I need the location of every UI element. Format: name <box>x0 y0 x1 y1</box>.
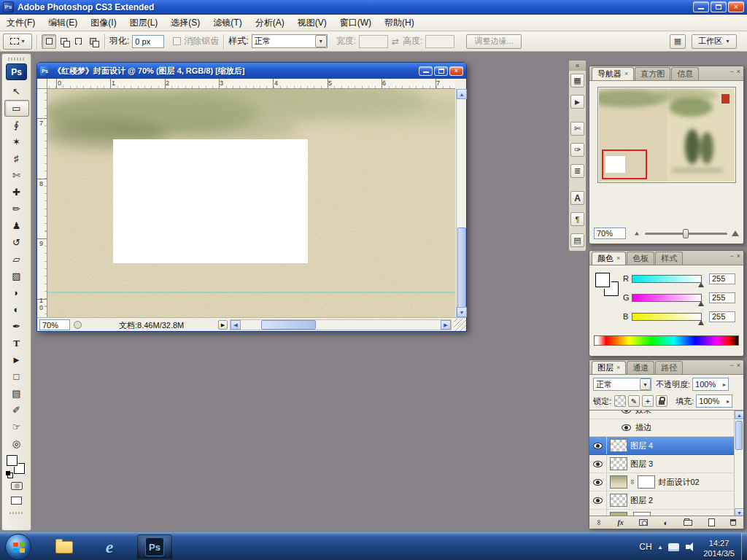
tab-channels[interactable]: 通道 <box>627 361 654 374</box>
show-desktop-button[interactable] <box>741 533 747 560</box>
toolbox-bottom-grip[interactable] <box>9 510 23 515</box>
vertical-scrollbar[interactable]: ▲ ▼ <box>456 89 466 317</box>
add-to-selection-button[interactable] <box>56 34 71 49</box>
layer-row-layer2[interactable]: 图层 2 <box>589 491 734 510</box>
layer-thumbnail[interactable] <box>610 439 627 452</box>
foreground-color-swatch[interactable] <box>595 273 610 287</box>
hidden-icons-arrow[interactable]: ▴ <box>659 543 662 551</box>
tool-presets-panel-icon[interactable]: ✄ <box>570 122 584 136</box>
tab-histogram[interactable]: 直方图 <box>635 67 670 80</box>
channel-r-slider-thumb[interactable] <box>698 282 704 287</box>
histogram-panel-icon[interactable]: ▦ <box>570 74 584 88</box>
layer-name[interactable]: 封面设计02 <box>658 477 699 488</box>
scroll-left-icon[interactable]: ◀ <box>231 320 241 330</box>
horizontal-scroll-thumb[interactable] <box>261 320 316 330</box>
screen-mode-button[interactable] <box>4 493 29 508</box>
popup-slider-arrow-icon[interactable]: ▸ <box>723 381 726 388</box>
lock-image-pixels-icon[interactable]: ✎ <box>628 395 640 407</box>
clone-stamp-tool[interactable]: ♟ <box>4 217 29 234</box>
new-selection-button[interactable] <box>42 34 56 49</box>
status-icon[interactable] <box>74 321 82 329</box>
navigator-zoom-slider[interactable] <box>645 233 727 235</box>
tab-close-icon[interactable]: × <box>624 68 628 80</box>
panel-minimize-icon[interactable]: − <box>729 253 733 260</box>
blur-tool[interactable]: ◗ <box>4 284 29 301</box>
tab-swatches[interactable]: 色板 <box>627 252 654 265</box>
canvas[interactable] <box>47 89 455 317</box>
layer-name[interactable]: 图层 3 <box>630 459 653 470</box>
intersect-selection-button[interactable] <box>85 34 100 49</box>
panel-close-icon[interactable]: × <box>737 362 740 369</box>
lasso-tool[interactable]: ∮ <box>4 117 29 133</box>
app-minimize-button[interactable] <box>693 1 709 12</box>
link-layers-icon[interactable]: ∞ <box>595 520 603 525</box>
status-popup-button[interactable]: ▶ <box>218 320 228 330</box>
layer-thumbnail[interactable] <box>610 475 627 489</box>
delete-layer-icon[interactable] <box>730 519 736 526</box>
zoom-tool[interactable]: ◎ <box>4 435 29 452</box>
menu-file[interactable]: 文件(F) <box>0 15 42 31</box>
panel-minimize-icon[interactable]: − <box>729 362 733 369</box>
dropdown-arrow-icon[interactable]: ▾ <box>640 378 651 390</box>
tool-preset-picker[interactable]: ▾ <box>3 34 32 50</box>
tab-navigator[interactable]: 导航器 × <box>592 67 634 80</box>
layer-name[interactable]: 图层 4 <box>630 440 653 451</box>
document-maximize-button[interactable] <box>434 66 448 76</box>
channel-r-slider[interactable] <box>632 275 702 283</box>
actions-panel-icon[interactable]: ▶ <box>570 95 584 109</box>
layer-thumbnail[interactable] <box>610 457 627 470</box>
navigator-zoom-input[interactable]: 70% <box>594 228 626 239</box>
tab-info[interactable]: 信息 <box>671 67 699 80</box>
channel-g-value[interactable]: 255 <box>709 292 735 303</box>
visibility-eye-icon[interactable] <box>622 411 631 413</box>
layers-scrollbar[interactable]: ▲ ▼ <box>734 411 743 516</box>
zoom-input[interactable]: 70% <box>39 319 70 330</box>
start-button[interactable] <box>5 534 31 560</box>
layer-style-fx-icon[interactable]: fx <box>617 518 623 526</box>
foreground-color-swatch[interactable] <box>7 455 18 466</box>
lock-transparent-pixels-icon[interactable] <box>614 395 626 407</box>
layer-row-cover02[interactable]: ∞ 封面设计02 <box>589 473 734 491</box>
channel-g-slider[interactable] <box>632 294 702 302</box>
menu-select[interactable]: 选择(S) <box>164 15 206 31</box>
panel-close-icon[interactable]: × <box>737 253 740 260</box>
zoom-out-mountain-icon[interactable] <box>635 232 639 236</box>
navigator-zoom-slider-thumb[interactable] <box>683 229 689 238</box>
visibility-eye-icon[interactable] <box>593 479 603 486</box>
taskbar-explorer-button[interactable] <box>48 534 80 559</box>
new-adjustment-layer-icon[interactable]: ◐ <box>663 518 668 527</box>
visibility-eye-icon[interactable] <box>622 424 631 431</box>
scroll-down-icon[interactable]: ▼ <box>457 307 467 317</box>
path-selection-tool[interactable]: ► <box>4 351 29 368</box>
eraser-tool[interactable]: ▱ <box>4 251 29 268</box>
resize-grip[interactable] <box>454 319 466 331</box>
clock[interactable]: 14:27 2014/3/5 <box>703 535 735 559</box>
channel-b-value[interactable]: 255 <box>709 311 735 322</box>
history-brush-tool[interactable]: ↺ <box>4 234 29 251</box>
scroll-up-icon[interactable]: ▲ <box>457 89 467 99</box>
app-titlebar[interactable]: Ps Adobe Photoshop CS3 Extended × <box>0 0 747 15</box>
type-tool[interactable]: T <box>4 335 29 351</box>
new-group-icon[interactable] <box>684 520 692 526</box>
tab-styles[interactable]: 样式 <box>655 252 683 265</box>
app-maximize-button[interactable] <box>711 1 727 12</box>
pen-tool[interactable]: ✒ <box>4 318 29 335</box>
menu-window[interactable]: 窗口(W) <box>333 15 378 31</box>
taskbar-ie-button[interactable]: e <box>93 534 125 559</box>
hand-tool[interactable]: ☞ <box>4 419 29 435</box>
style-dropdown[interactable]: 正常 ▾ <box>252 34 328 48</box>
channel-g-slider-thumb[interactable] <box>698 301 704 306</box>
brush-tool[interactable]: ✏ <box>4 201 29 217</box>
tab-color[interactable]: 颜色 × <box>592 252 626 265</box>
navigator-thumbnail[interactable] <box>599 88 735 182</box>
palette-well-icon[interactable]: ▦ <box>670 34 686 49</box>
layer-row-layer4[interactable]: 图层 4 <box>589 437 734 455</box>
scroll-right-icon[interactable]: ▶ <box>441 320 451 330</box>
channel-b-slider-thumb[interactable] <box>698 320 704 325</box>
layer-row-effects-clipped[interactable]: 效果 <box>589 411 734 419</box>
layers-scroll-thumb[interactable] <box>735 421 743 450</box>
tab-paths[interactable]: 路径 <box>655 361 683 374</box>
toolbox-grip[interactable] <box>8 55 25 62</box>
paragraph-panel-icon[interactable]: ¶ <box>570 212 584 226</box>
add-layer-mask-icon[interactable] <box>639 519 648 526</box>
